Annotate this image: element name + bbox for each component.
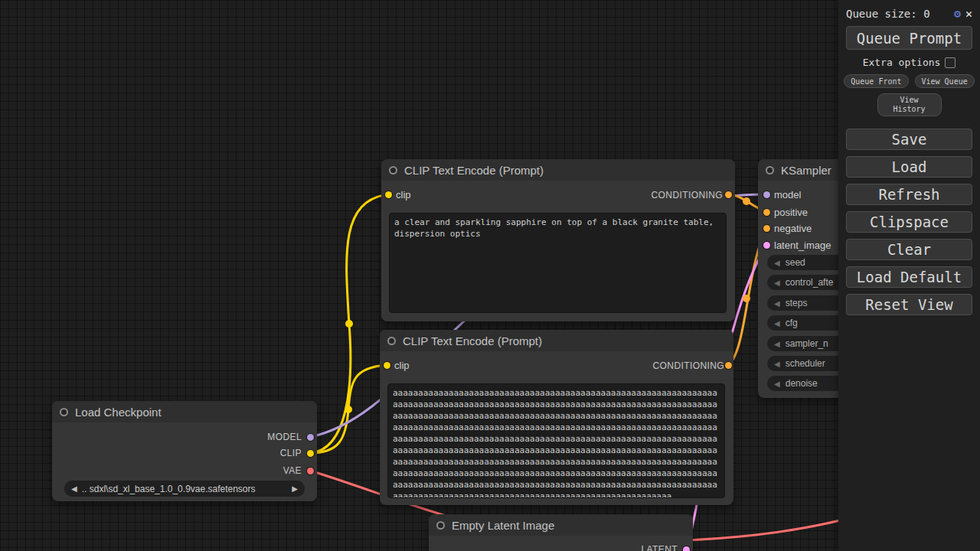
ckpt-name-combo[interactable]: ◀ .. sdxl\sd_xl_base_1.0_0.9vae.safetens… — [64, 481, 305, 497]
widget-decrement-icon[interactable]: ◀ — [774, 259, 780, 267]
load-button[interactable]: Load — [846, 156, 972, 178]
combo-prev-icon[interactable]: ◀ — [71, 484, 77, 493]
output-label-conditioning: CONDITIONING — [653, 360, 724, 371]
collapse-dot-icon[interactable] — [436, 521, 445, 530]
link-dot-clip-b — [345, 406, 352, 413]
node-title-bar[interactable]: CLIP Text Encode (Prompt) — [380, 330, 733, 351]
widget-label: cfg — [786, 318, 798, 328]
prompt-textarea[interactable]: aaaaaaaaaaaaaaaaaaaaaaaaaaaaaaaaaaaaaaaa… — [387, 383, 725, 498]
widget-decrement-icon[interactable]: ◀ — [774, 340, 780, 348]
widget-label: denoise — [786, 378, 818, 389]
widget-decrement-icon[interactable]: ◀ — [774, 279, 780, 287]
close-icon[interactable]: ✕ — [965, 8, 972, 20]
node-canvas[interactable]: CLIP Text Encode (Prompt) clip CONDITION… — [0, 0, 980, 551]
queue-prompt-button[interactable]: Queue Prompt — [846, 26, 972, 50]
input-label-positive: positive — [774, 207, 808, 218]
node-title-bar[interactable]: Load Checkpoint — [52, 401, 317, 422]
node-title: Load Checkpoint — [75, 406, 162, 419]
settings-gear-icon[interactable]: ⚙ — [954, 8, 961, 20]
node-title-bar[interactable]: CLIP Text Encode (Prompt) — [381, 159, 735, 181]
link-dot-clip-a — [345, 320, 353, 328]
widget-label: scheduler — [786, 358, 825, 369]
view-queue-button[interactable]: View Queue — [915, 74, 975, 88]
node-title: CLIP Text Encode (Prompt) — [403, 334, 542, 347]
output-dot-conditioning[interactable] — [725, 191, 732, 198]
node-title: KSampler — [781, 164, 831, 177]
node-load-checkpoint[interactable]: Load Checkpoint MODEL CLIP VAE ◀ .. sdxl… — [52, 401, 317, 501]
widget-decrement-icon[interactable]: ◀ — [774, 299, 780, 308]
output-label-model: MODEL — [267, 432, 302, 442]
widget-decrement-icon[interactable]: ◀ — [774, 319, 780, 328]
widget-decrement-icon[interactable]: ◀ — [774, 380, 780, 388]
link-dot-negative — [743, 295, 750, 302]
collapse-dot-icon[interactable] — [60, 408, 68, 416]
clear-button[interactable]: Clear — [846, 239, 972, 260]
input-dot-model[interactable] — [763, 191, 770, 198]
widget-label: sampler_n — [786, 338, 828, 349]
extra-options-label: Extra options — [863, 57, 941, 68]
input-dot-clip[interactable] — [384, 362, 390, 369]
ckpt-name-value: .. sdxl\sd_xl_base_1.0_0.9vae.safetensor… — [77, 484, 292, 494]
refresh-button[interactable]: Refresh — [846, 184, 972, 205]
output-dot-vae[interactable] — [307, 468, 314, 474]
queue-size-label: Queue size: 0 — [846, 8, 949, 20]
menu-header: Queue size: 0 ⚙ ✕ — [838, 0, 980, 26]
input-dot-negative[interactable] — [763, 225, 770, 232]
input-dot-positive[interactable] — [763, 209, 770, 216]
input-dot-clip[interactable] — [385, 191, 392, 198]
output-dot-conditioning[interactable] — [725, 362, 732, 369]
node-title-bar[interactable]: Empty Latent Image — [429, 514, 693, 536]
widget-label: steps — [786, 298, 808, 308]
output-label-latent: LATENT — [641, 544, 678, 551]
collapse-dot-icon[interactable] — [766, 166, 774, 174]
node-clip-text-encode-negative[interactable]: CLIP Text Encode (Prompt) clip CONDITION… — [380, 330, 733, 505]
input-label-model: model — [774, 189, 801, 201]
output-dot-latent[interactable] — [683, 546, 690, 551]
queue-front-button[interactable]: Queue Front — [844, 74, 908, 88]
reset-view-button[interactable]: Reset View — [846, 294, 972, 315]
node-title: CLIP Text Encode (Prompt) — [404, 164, 544, 177]
extra-options-row: Extra options — [838, 57, 980, 68]
input-label-negative: negative — [774, 223, 812, 234]
view-history-button[interactable]: View History — [877, 93, 942, 116]
output-label-clip: CLIP — [280, 448, 302, 458]
prompt-textarea[interactable]: a clear and sparkling sapphire on top of… — [389, 213, 727, 313]
input-label-clip: clip — [394, 360, 410, 371]
collapse-dot-icon[interactable] — [389, 166, 397, 174]
input-label-clip: clip — [396, 189, 411, 201]
save-button[interactable]: Save — [846, 129, 972, 150]
widget-label: control_afte — [786, 277, 834, 288]
node-title: Empty Latent Image — [452, 519, 554, 532]
link-dot-positive — [743, 197, 750, 205]
queue-actions-row: Queue Front View Queue — [838, 74, 980, 88]
widget-decrement-icon[interactable]: ◀ — [774, 360, 780, 368]
combo-next-icon[interactable]: ▶ — [292, 484, 298, 493]
output-dot-model[interactable] — [307, 434, 314, 441]
clipspace-button[interactable]: Clipspace — [846, 211, 972, 233]
collapse-dot-icon[interactable] — [387, 337, 396, 345]
load-default-button[interactable]: Load Default — [846, 266, 972, 288]
input-dot-latent-image[interactable] — [763, 242, 770, 249]
node-empty-latent-image[interactable]: Empty Latent Image LATENT — [429, 514, 693, 551]
input-label-latent-image: latent_image — [774, 240, 831, 251]
node-clip-text-encode-positive[interactable]: CLIP Text Encode (Prompt) clip CONDITION… — [381, 159, 735, 321]
comfy-menu: Queue size: 0 ⚙ ✕ Queue Prompt Extra opt… — [838, 0, 980, 551]
widget-label: seed — [786, 257, 805, 268]
output-dot-clip[interactable] — [307, 450, 314, 457]
extra-options-checkbox[interactable] — [945, 57, 956, 68]
output-label-vae: VAE — [283, 465, 302, 476]
output-label-conditioning: CONDITIONING — [652, 190, 723, 201]
